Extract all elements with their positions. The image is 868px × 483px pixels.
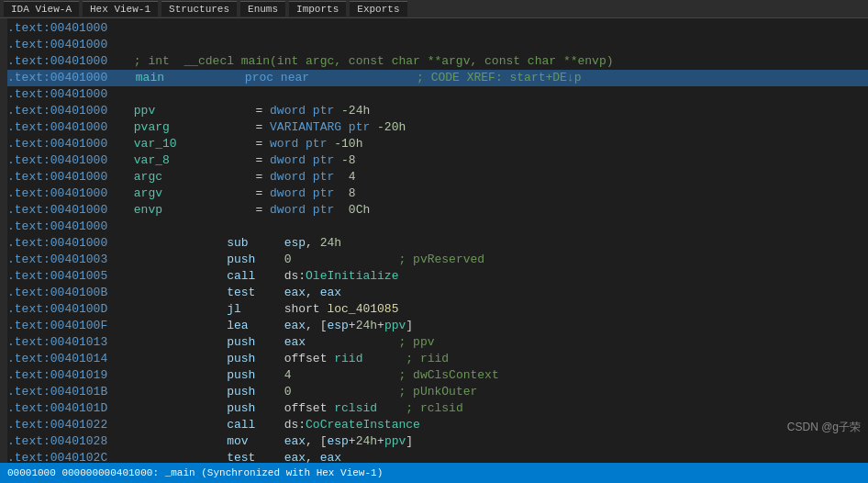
address: .text:00401000 — [7, 185, 127, 202]
address: .text:0040100B — [7, 285, 127, 301]
address: .text:00401000 — [7, 136, 127, 152]
left-gutter — [0, 18, 7, 463]
code-line: .text:00401000 var_8 = dword ptr -8 — [7, 152, 868, 169]
address: .text:00401000 — [7, 169, 127, 185]
code-line: .text:00401000 argc = dword ptr 4 — [7, 169, 868, 185]
address: .text:00401000 — [7, 20, 127, 37]
code-line: .text:00401005 call ds: OleInitialize — [7, 268, 868, 285]
code-line: .text:00401028 mov eax , [ esp + 24h + p… — [7, 433, 868, 450]
address: .text:0040100D — [7, 301, 127, 318]
tab-imports[interactable]: Imports — [289, 1, 346, 17]
code-line: .text:00401000 — [7, 86, 868, 103]
address: .text:00401003 — [7, 252, 127, 268]
status-bar: 00001000 000000000401000: _main (Synchro… — [0, 463, 868, 483]
code-line: .text:00401000 — [7, 219, 868, 235]
address: .text:00401000 — [7, 202, 127, 219]
code-line: .text:0040101B push 0 ; pUnkOuter — [7, 384, 868, 400]
code-line: .text:0040102C test eax , eax — [7, 450, 868, 463]
code-line: .text:00401000 sub esp , 24h — [7, 235, 868, 252]
address: .text:00401000 — [7, 37, 127, 53]
code-line: .text:00401000 — [7, 20, 868, 37]
code-line: .text:0040100D jl short loc_401085 — [7, 301, 868, 318]
xref-comment: ; CODE XREF: start+DE↓p — [417, 70, 581, 86]
watermark: CSDN @g子荣 — [787, 420, 861, 435]
code-line: .text:00401000 var_10 = word ptr -10h — [7, 136, 868, 152]
address: .text:0040100F — [7, 318, 127, 334]
code-line: .text:00401003 push 0 ; pvReserved — [7, 252, 868, 268]
address: .text:00401019 — [7, 367, 127, 384]
code-line: .text:00401013 push eax ; ppv — [7, 334, 868, 351]
code-line: .text:00401000 argv = dword ptr 8 — [7, 185, 868, 202]
code-line: .text:0040100F lea eax , [ esp + 24h + p… — [7, 318, 868, 334]
code-line: .text:0040101D push offset rclsid ; rcls… — [7, 400, 868, 417]
address: .text:00401013 — [7, 334, 127, 351]
address: .text:00401000 — [7, 219, 127, 235]
tab-bar: IDA View-A Hex View-1 Structures Enums I… — [0, 0, 868, 18]
address: .text:0040101D — [7, 400, 127, 417]
comment: ; int __cdecl main(int argc, const char … — [127, 53, 614, 70]
address: .text:00401022 — [7, 417, 127, 433]
code-line: .text:00401000 ppv = dword ptr -24h — [7, 103, 868, 119]
tab-enums[interactable]: Enums — [240, 1, 285, 17]
address: .text:00401005 — [7, 268, 127, 285]
address: .text:0040102C — [7, 450, 127, 463]
status-text: 00001000 000000000401000: _main (Synchro… — [7, 467, 383, 478]
code-area: .text:00401000 .text:00401000 .text:0040… — [0, 18, 868, 463]
address: .text:00401014 — [7, 351, 127, 367]
address: .text:00401000 — [7, 70, 127, 86]
code-line: .text:00401000 — [7, 37, 868, 53]
code-line: .text:00401000 pvarg = VARIANTARG ptr -2… — [7, 119, 868, 136]
address: .text:00401000 — [7, 235, 127, 252]
tab-structures[interactable]: Structures — [161, 1, 237, 17]
address: .text:00401028 — [7, 433, 127, 450]
address: .text:00401000 — [7, 119, 127, 136]
address: .text:00401000 — [7, 103, 127, 119]
address: .text:00401000 — [7, 86, 127, 103]
code-content: .text:00401000 .text:00401000 .text:0040… — [7, 20, 868, 463]
main-container: IDA View-A Hex View-1 Structures Enums I… — [0, 0, 868, 483]
address: .text:00401000 — [7, 53, 127, 70]
tab-exports[interactable]: Exports — [350, 1, 406, 17]
proc-label: main — [127, 70, 166, 86]
code-line: .text:00401000 envp = dword ptr 0Ch — [7, 202, 868, 219]
code-line: .text:00401022 call ds: CoCreateInstance — [7, 417, 868, 433]
tab-ida-view[interactable]: IDA View-A — [4, 1, 79, 17]
code-line: .text:00401000 ; int __cdecl main(int ar… — [7, 53, 868, 70]
address: .text:0040101B — [7, 384, 127, 400]
code-line: .text:0040100B test eax , eax — [7, 285, 868, 301]
code-line: .text:00401019 push 4 ; dwClsContext — [7, 367, 868, 384]
code-line: .text:00401014 push offset riid ; riid — [7, 351, 868, 367]
address: .text:00401000 — [7, 152, 127, 169]
tab-hex-view[interactable]: Hex View-1 — [83, 1, 158, 17]
code-line-main: .text:00401000 main proc near ; CODE XRE… — [7, 70, 868, 86]
